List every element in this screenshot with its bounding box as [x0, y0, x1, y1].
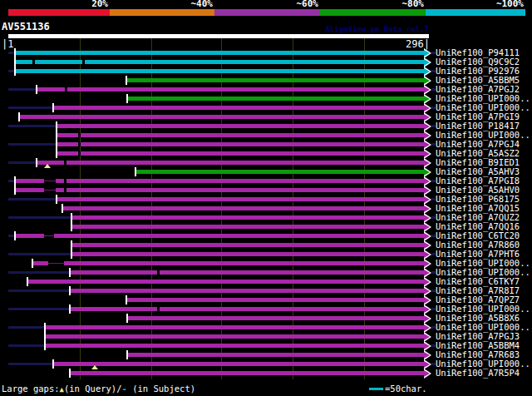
alignment-bar[interactable]	[54, 106, 424, 110]
alignment-arrow-icon	[424, 270, 430, 276]
alignment-bar[interactable]	[127, 298, 424, 302]
gap-thin-segment	[44, 188, 56, 192]
alignment-arrow-icon	[424, 306, 430, 313]
alignment-bar[interactable]	[57, 142, 424, 146]
gap-mark	[78, 151, 81, 156]
gap-thin-segment	[44, 234, 54, 238]
alignment-bar[interactable]	[16, 60, 424, 64]
alignment-arrow-icon	[424, 105, 430, 111]
hit-label[interactable]: UniRef100_A7R5P4	[436, 369, 520, 378]
alignment-arrow-icon	[424, 123, 430, 130]
alignment-bar[interactable]	[16, 69, 424, 73]
gap-mark	[32, 60, 35, 64]
alignment-start-tick	[44, 332, 46, 341]
alignment-arrow-icon	[424, 324, 430, 331]
alignment-bar[interactable]	[71, 289, 424, 293]
subject-overhang-left	[8, 106, 53, 109]
subject-overhang-left	[8, 180, 14, 182]
alignment-arrow-icon	[424, 178, 430, 185]
subject-overhang-left	[8, 88, 37, 91]
gap-mark	[64, 161, 66, 165]
alignment-bar[interactable]	[136, 170, 424, 174]
alignment-bar[interactable]	[72, 215, 424, 220]
alignment-start-tick	[56, 131, 57, 140]
alignment-bar[interactable]	[72, 225, 424, 229]
alignment-arrow-icon	[424, 315, 430, 322]
alignment-bar[interactable]	[16, 234, 424, 238]
alignment-bar[interactable]	[71, 270, 424, 275]
subject-overhang-left	[8, 271, 70, 274]
subject-overhang-left	[8, 216, 71, 219]
alignment-start-tick	[126, 295, 127, 304]
alignment-arrow-icon	[424, 187, 430, 194]
alignment-bar[interactable]	[57, 124, 424, 128]
alignment-start-tick	[14, 57, 16, 67]
alignment-bar[interactable]	[128, 97, 424, 101]
alignment-start-tick	[71, 240, 72, 250]
alignment-bar[interactable]	[46, 344, 424, 348]
alignment-arrow-icon	[424, 50, 430, 57]
alignment-arrow-icon	[424, 297, 430, 304]
subject-overhang-left	[8, 253, 71, 255]
alignment-bar[interactable]	[28, 280, 424, 284]
alignment-bar[interactable]	[57, 197, 424, 201]
gap-mark	[82, 60, 85, 64]
alignment-start-tick	[62, 204, 63, 213]
alignment-start-tick	[56, 195, 57, 204]
alignment-arrow-icon	[424, 205, 430, 212]
alignment-arrow-icon	[424, 288, 430, 295]
alignment-bar[interactable]	[63, 206, 424, 210]
alignment-bar[interactable]	[37, 87, 424, 92]
legend-large-gaps-text: Large gaps:	[2, 384, 60, 394]
alignment-arrow-icon	[424, 59, 430, 66]
alignment-bar[interactable]	[72, 243, 424, 247]
fifty-char-scale-label: =50char.	[385, 384, 427, 394]
alignment-bar[interactable]	[128, 316, 424, 320]
alignment-bar[interactable]	[46, 325, 424, 329]
alignment-start-tick	[14, 186, 16, 195]
gap-mark	[78, 133, 81, 137]
alignment-bar[interactable]	[46, 334, 424, 339]
alignment-start-tick	[44, 323, 46, 332]
subject-overhang-left	[8, 198, 57, 200]
alignment-arrow-icon	[424, 279, 430, 285]
alignment-bar[interactable]	[16, 51, 424, 55]
alignment-bar[interactable]	[72, 252, 424, 256]
alignment-start-tick	[69, 304, 71, 314]
alignment-start-tick	[14, 176, 16, 186]
alignment-start-tick	[52, 359, 54, 369]
alignment-arrow-icon	[424, 68, 430, 75]
alignment-bar[interactable]	[57, 151, 424, 156]
alignment-start-tick	[18, 112, 20, 121]
alignment-bar[interactable]	[127, 78, 424, 82]
alignment-bar[interactable]	[33, 261, 424, 265]
alignment-arrow-icon	[424, 196, 430, 203]
alignment-arrow-icon	[424, 77, 430, 84]
alignment-bar[interactable]	[128, 353, 424, 357]
alignment-start-tick	[14, 67, 16, 76]
alignment-start-tick	[126, 314, 128, 323]
alignment-start-tick	[126, 350, 128, 359]
subject-overhang-left	[8, 308, 70, 310]
subject-overhang-left	[8, 161, 37, 164]
alignment-start-tick	[32, 259, 33, 268]
alignment-bar[interactable]	[37, 161, 424, 165]
gap-mark	[78, 142, 81, 146]
alignment-arrow-icon	[424, 160, 430, 166]
alignment-bar[interactable]	[54, 362, 424, 366]
legend-footer: Large gaps:▲(in Query)/- (in Subject)	[2, 384, 195, 395]
alignment-bar[interactable]	[16, 188, 424, 192]
alignment-arrow-icon	[424, 233, 430, 240]
alignment-bar[interactable]	[20, 115, 424, 119]
gap-mark	[157, 307, 160, 311]
alignment-arrow-icon	[424, 334, 430, 340]
alignment-start-tick	[69, 268, 71, 277]
alignment-start-tick	[71, 213, 72, 222]
alignment-bar[interactable]	[71, 307, 424, 311]
alignment-arrow-icon	[424, 87, 430, 93]
alignment-start-tick	[71, 222, 72, 231]
alignment-arrow-icon	[424, 114, 430, 121]
alignment-bar[interactable]	[57, 133, 424, 137]
alignment-bar[interactable]	[16, 179, 424, 183]
alignment-bar[interactable]	[71, 371, 424, 375]
